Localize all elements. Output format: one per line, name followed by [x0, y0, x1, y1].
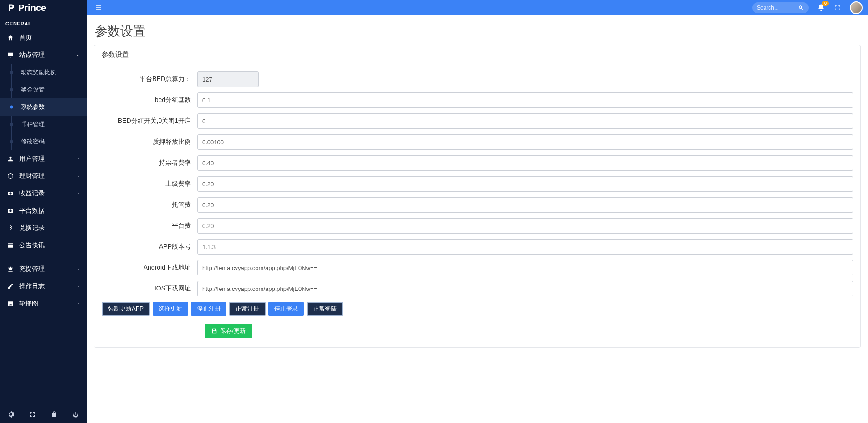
sidebar-item-label: 兑换记录 [19, 224, 45, 232]
sidebar-sub-bonus-settings[interactable]: 奖金设置 [0, 81, 87, 98]
sidebar-item-announcements[interactable]: 公告快讯 [0, 237, 87, 254]
sidebar-item-deposit-withdraw[interactable]: 充提管理 [0, 260, 87, 278]
sidebar-item-site-management[interactable]: 站点管理 [0, 46, 87, 64]
ios-url-field[interactable] [197, 281, 853, 296]
sidebar-sub-dynamic-reward[interactable]: 动态奖励比例 [0, 64, 87, 81]
sidebar-nav: 首页 站点管理 动态奖励比例 奖金设置 系统参数 币种管理 修改密码 [0, 29, 87, 405]
logo-icon [6, 3, 15, 12]
page-title: 参数设置 [95, 23, 861, 40]
chevron-right-icon [77, 302, 80, 306]
sidebar: Prince GENERAL 首页 站点管理 动态奖励比例 奖金设置 系统参数 … [0, 0, 87, 423]
bars-icon [94, 4, 103, 11]
field-label: Android下载地址 [102, 264, 197, 272]
field-label: 平台BED总算力： [102, 75, 197, 83]
cube-icon [6, 173, 15, 180]
monitor-icon [6, 51, 15, 59]
search-icon [798, 5, 804, 11]
chevron-right-icon [77, 192, 80, 195]
dividend-base-field[interactable] [197, 92, 853, 108]
image-icon [6, 300, 15, 307]
holder-rate-field[interactable] [197, 155, 853, 171]
sidebar-item-label: 充提管理 [19, 265, 45, 273]
sidebar-item-label: 站点管理 [19, 51, 45, 59]
sidebar-item-label: 修改密码 [21, 138, 45, 146]
field-label: IOS下载网址 [102, 285, 197, 293]
fullscreen-toggle[interactable] [833, 4, 842, 12]
lock-icon [51, 411, 58, 418]
sidebar-item-label: 操作日志 [19, 282, 45, 290]
edit-icon [6, 283, 15, 290]
field-label: APP版本号 [102, 243, 197, 251]
sidebar-item-exchange-records[interactable]: 兑换记录 [0, 219, 87, 237]
sidebar-item-home[interactable]: 首页 [0, 29, 87, 46]
field-label: 上级费率 [102, 180, 197, 188]
sidebar-item-label: 系统参数 [21, 103, 45, 111]
dividend-switch-field[interactable] [197, 113, 853, 129]
sidebar-item-finance-management[interactable]: 理财管理 [0, 168, 87, 185]
save-button[interactable]: 保存/更新 [205, 324, 252, 338]
chevron-down-icon [76, 53, 80, 57]
money-icon [6, 207, 15, 214]
panel-body: 平台BED总算力： bed分红基数 BED分红开关,0关闭1开启 质押释放比例 [94, 65, 860, 347]
brand-text: Prince [18, 3, 46, 13]
chevron-right-icon [77, 174, 80, 178]
footer-fullscreen[interactable] [22, 405, 44, 423]
normal-login-button[interactable]: 正常登陆 [307, 302, 343, 316]
field-label: 托管费 [102, 201, 197, 209]
sidebar-item-user-management[interactable]: 用户管理 [0, 150, 87, 168]
brand-logo[interactable]: Prince [0, 0, 87, 15]
search-input[interactable] [757, 5, 798, 11]
sidebar-sub-change-password[interactable]: 修改密码 [0, 133, 87, 150]
content: 参数设置 参数设置 平台BED总算力： bed分红基数 BED分红开关,0关闭1… [87, 15, 868, 423]
sidebar-item-label: 公告快讯 [19, 241, 45, 250]
chevron-right-icon [77, 267, 80, 271]
sidebar-item-label: 轮播图 [19, 300, 38, 308]
sidebar-item-label: 币种管理 [21, 120, 45, 128]
platform-fee-field[interactable] [197, 218, 853, 234]
sidebar-section-header: GENERAL [0, 15, 87, 29]
sidebar-item-platform-data[interactable]: 平台数据 [0, 202, 87, 219]
pledge-release-field[interactable] [197, 134, 853, 150]
sidebar-item-operation-log[interactable]: 操作日志 [0, 278, 87, 295]
save-button-label: 保存/更新 [220, 327, 246, 335]
footer-settings[interactable] [0, 405, 22, 423]
window-icon [6, 242, 15, 249]
select-update-button[interactable]: 选择更新 [153, 302, 188, 316]
sidebar-sub-coin-management[interactable]: 币种管理 [0, 116, 87, 133]
trusteeship-fee-field[interactable] [197, 197, 853, 213]
sidebar-footer [0, 405, 87, 423]
sidebar-sub-system-params[interactable]: 系统参数 [0, 98, 87, 116]
menu-toggle[interactable] [92, 2, 105, 13]
sidebar-item-label: 动态奖励比例 [21, 68, 56, 76]
panel: 参数设置 平台BED总算力： bed分红基数 BED分红开关,0关闭1开启 [94, 45, 861, 348]
sidebar-subnav: 动态奖励比例 奖金设置 系统参数 币种管理 修改密码 [0, 64, 87, 150]
bitcoin-icon [6, 224, 15, 232]
sidebar-item-income-records[interactable]: 收益记录 [0, 185, 87, 202]
sidebar-item-carousel[interactable]: 轮播图 [0, 295, 87, 312]
button-row: 强制更新APP 选择更新 停止注册 正常注册 停止登录 正常登陆 [102, 302, 853, 316]
sidebar-item-label: 收益记录 [19, 189, 45, 198]
footer-lock[interactable] [43, 405, 65, 423]
user-icon [6, 155, 15, 163]
field-label: 平台费 [102, 222, 197, 230]
android-url-field[interactable] [197, 260, 853, 275]
field-label: BED分红开关,0关闭1开启 [102, 117, 197, 125]
sidebar-item-label: 用户管理 [19, 155, 45, 163]
notification-badge: 0 [822, 1, 829, 6]
gear-icon [7, 411, 15, 418]
footer-power[interactable] [65, 405, 87, 423]
save-icon [211, 328, 217, 334]
app-version-field[interactable] [197, 239, 853, 255]
stop-register-button[interactable]: 停止注册 [191, 302, 226, 316]
stop-login-button[interactable]: 停止登录 [268, 302, 304, 316]
sidebar-item-label: 奖金设置 [21, 86, 45, 94]
user-avatar[interactable] [850, 1, 863, 14]
total-power-field [197, 71, 259, 87]
chevron-right-icon [77, 285, 80, 288]
notifications[interactable]: 0 [817, 4, 825, 12]
force-update-button[interactable]: 强制更新APP [102, 302, 150, 316]
search-box[interactable] [752, 2, 809, 13]
normal-register-button[interactable]: 正常注册 [229, 302, 266, 316]
superior-rate-field[interactable] [197, 176, 853, 192]
money-icon [6, 190, 15, 197]
